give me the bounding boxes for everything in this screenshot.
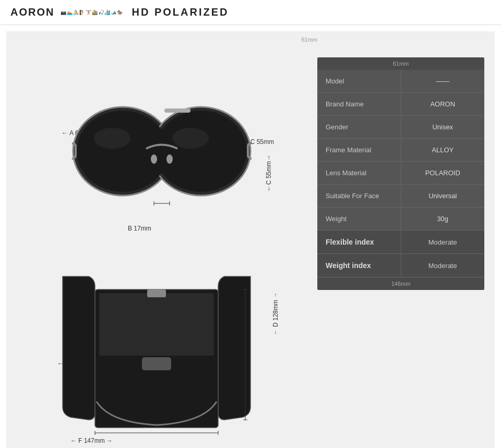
diagram-section: ← A 61mm → ↑ C 55mm ↓	[17, 42, 307, 448]
dimension-c: ↑ C 55mm ↓	[265, 154, 272, 192]
svg-point-8	[166, 154, 173, 164]
svg-point-3	[155, 111, 247, 192]
spec-row-1: Brand Name AORON	[317, 93, 484, 116]
svg-rect-13	[99, 293, 214, 356]
svg-point-4	[94, 128, 130, 149]
specs-bottom-annotation: 146mm	[317, 277, 484, 290]
spec-row-7: Flexible index Moderate	[317, 231, 484, 254]
spec-row-4: Lens Material POLAROID	[317, 162, 484, 185]
spec-row-5: Suitable For Face Universal	[317, 185, 484, 208]
specs-table: 61mm Model —— Brand Name AORON Gender Un…	[317, 57, 484, 290]
activity-icons: 📷🏊🚴🧗🏋️🚵🎣🏄🎿🏇	[61, 10, 123, 15]
svg-point-2	[77, 111, 169, 192]
brand-name: AORON	[10, 6, 54, 18]
page-header: AORON 📷🏊🚴🧗🏋️🚵🎣🏄🎿🏇 HD POLARIZED	[0, 0, 501, 25]
dimension-f: ← F 147mm →	[70, 437, 113, 444]
svg-rect-14	[147, 289, 166, 297]
svg-rect-15	[142, 357, 171, 370]
svg-rect-6	[164, 108, 190, 113]
hd-polarized-label: HD POLARIZED	[132, 6, 229, 18]
top-glasses-container: ← E 143mm → ↑ D 128mm ↓	[42, 250, 282, 448]
top-glasses-svg	[57, 261, 256, 438]
svg-point-7	[151, 154, 157, 164]
spec-row-0: Model ——	[317, 70, 484, 93]
dimension-b: B 17mm	[128, 225, 151, 232]
spec-row-2: Gender Unisex	[317, 116, 484, 139]
icon-strip: 📷🏊🚴🧗🏋️🚵🎣🏄🎿🏇	[61, 10, 123, 15]
dimension-c-label: C 55mm	[250, 138, 274, 146]
svg-point-5	[172, 128, 209, 149]
specs-top-annotation: 61mm	[317, 57, 484, 70]
main-content: 61mm 146mm ← A 61mm → ↑ C 55mm ↓	[6, 31, 495, 448]
spec-row-8: Weight index Moderate	[317, 254, 484, 277]
spec-row-6: Weight 30g	[317, 208, 484, 231]
dimension-d: ↑ D 128mm ↓	[272, 292, 279, 335]
spec-row-3: Frame Material ALLOY	[317, 139, 484, 162]
front-glasses-svg	[68, 94, 256, 219]
front-glasses-container: ← A 61mm → ↑ C 55mm ↓	[47, 42, 277, 245]
